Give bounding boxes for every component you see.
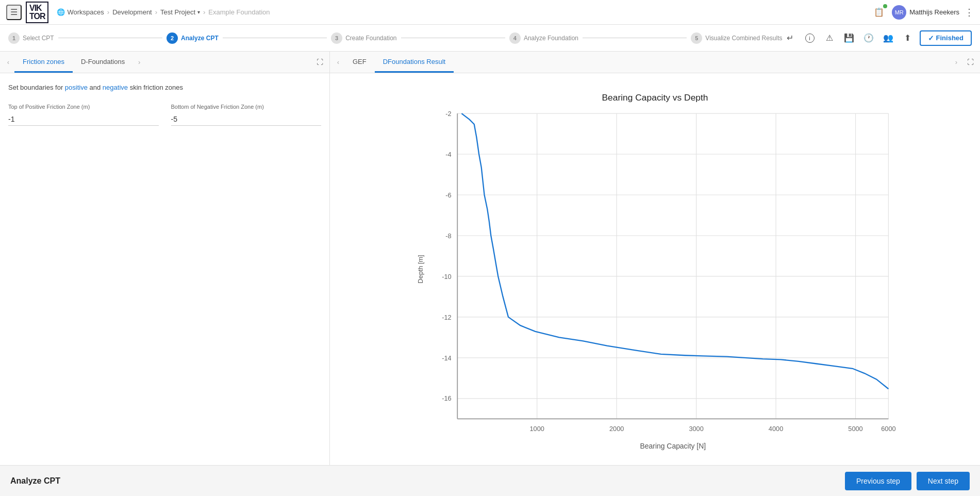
step-2-label: Analyze CPT <box>181 35 219 42</box>
project-dropdown-icon: ▾ <box>197 9 200 15</box>
breadcrumb-project[interactable]: Test Project ▾ <box>160 8 200 16</box>
left-panel-expand-btn[interactable]: ⛶ <box>312 55 327 70</box>
tab-gef[interactable]: GEF <box>344 52 375 73</box>
svg-text:1000: 1000 <box>530 425 544 433</box>
next-step-button[interactable]: Next step <box>917 472 970 490</box>
return-icon: ↵ <box>787 33 793 43</box>
right-panel: ‹ GEF DFoundations Result › ⛶ Bearing Ca… <box>330 52 980 465</box>
chevron-left-icon: ‹ <box>7 58 9 66</box>
app-logo: VIKTOR <box>26 2 48 23</box>
user-menu[interactable]: MR Matthijs Reekers <box>892 5 959 20</box>
bottom-negative-input[interactable] <box>171 113 322 126</box>
example-label: Example Foundation <box>208 8 270 16</box>
previous-step-button[interactable]: Previous step <box>845 472 911 490</box>
left-tab-prev-btn[interactable]: ‹ <box>2 55 14 70</box>
expand-icon: ⛶ <box>317 58 323 66</box>
svg-text:-4: -4 <box>445 151 451 158</box>
right-tab-prev-btn[interactable]: ‹ <box>332 55 344 70</box>
tab-dfoundations-result[interactable]: DFoundations Result <box>375 52 454 73</box>
left-tab-next-btn[interactable]: › <box>133 55 145 70</box>
arrow-1: › <box>107 8 109 16</box>
bearing-capacity-chart: Bearing Capacity vs Depth <box>340 84 970 455</box>
right-panel-expand-btn[interactable]: ⛶ <box>962 55 978 70</box>
top-positive-label: Top of Positive Friction Zone (m) <box>8 104 159 110</box>
bottom-bar-title: Analyze CPT <box>10 476 60 486</box>
step-5-label: Visualize Combined Results <box>705 35 782 42</box>
bottom-bar: Analyze CPT Previous step Next step <box>0 465 980 496</box>
svg-text:-14: -14 <box>442 354 451 362</box>
content-area: ‹ Friction zones D-Foundations › ⛶ Set b… <box>0 52 980 465</box>
upload-button[interactable]: ⬆ <box>900 30 916 46</box>
svg-text:2000: 2000 <box>609 425 624 433</box>
finished-label: Finished <box>936 34 964 42</box>
more-options-icon[interactable]: ⋮ <box>965 7 974 18</box>
svg-text:4000: 4000 <box>769 425 783 433</box>
project-label: Test Project <box>160 8 195 16</box>
top-positive-input[interactable] <box>8 113 159 126</box>
breadcrumb-workspaces[interactable]: 🌐 Workspaces <box>57 8 104 16</box>
svg-text:-8: -8 <box>445 232 451 240</box>
step-line-1 <box>58 38 162 38</box>
step-line-4 <box>583 38 687 38</box>
positive-text: positive <box>65 84 88 91</box>
breadcrumb: 🌐 Workspaces › Development › Test Projec… <box>57 8 270 16</box>
svg-text:-10: -10 <box>442 273 451 280</box>
chevron-right-icon: › <box>138 58 140 66</box>
svg-text:3000: 3000 <box>689 425 703 433</box>
finished-button[interactable]: ✓ Finished <box>920 30 972 46</box>
right-chevron-left-icon: ‹ <box>337 58 339 66</box>
step-3-num: 3 <box>331 32 342 44</box>
history-icon: 🕐 <box>863 33 874 43</box>
avatar-initials: MR <box>895 9 904 15</box>
right-expand-icon: ⛶ <box>967 58 974 66</box>
workspaces-label: Workspaces <box>67 8 104 16</box>
svg-text:6000: 6000 <box>881 425 895 433</box>
step-3[interactable]: 3 Create Foundation <box>331 32 396 44</box>
info-icon: i <box>805 34 815 43</box>
left-tabs: ‹ Friction zones D-Foundations › ⛶ <box>0 52 329 73</box>
breadcrumb-development[interactable]: Development <box>112 8 152 16</box>
step-line-2 <box>223 38 327 38</box>
development-label: Development <box>112 8 152 16</box>
upload-icon: ⬆ <box>904 33 911 43</box>
history-button[interactable]: 🕐 <box>861 30 876 46</box>
left-content: Set boundaries for positive and negative… <box>0 73 329 465</box>
step-3-label: Create Foundation <box>345 35 396 42</box>
arrow-2: › <box>155 8 157 16</box>
share-button[interactable]: 👥 <box>881 30 896 46</box>
step-4[interactable]: 4 Analyze Foundation <box>509 32 578 44</box>
notifications-button[interactable]: 📋 <box>871 5 887 20</box>
warning-button[interactable]: ⚠ <box>822 30 837 46</box>
stepbar-actions: ↵ i ⚠ 💾 🕐 👥 ⬆ ✓ Finished <box>783 30 972 46</box>
svg-text:Depth [m]: Depth [m] <box>417 255 424 283</box>
menu-button[interactable]: ☰ <box>6 5 22 20</box>
step-5-num: 5 <box>691 32 702 44</box>
chart-area: Bearing Capacity vs Depth <box>330 73 980 465</box>
save-button[interactable]: 💾 <box>841 30 857 46</box>
step-4-label: Analyze Foundation <box>524 35 578 42</box>
globe-icon: 🌐 <box>57 8 65 16</box>
return-button[interactable]: ↵ <box>783 30 798 46</box>
left-panel: ‹ Friction zones D-Foundations › ⛶ Set b… <box>0 52 330 465</box>
svg-text:-2: -2 <box>445 110 451 118</box>
svg-text:-6: -6 <box>445 191 451 199</box>
step-5[interactable]: 5 Visualize Combined Results <box>691 32 782 44</box>
info-button[interactable]: i <box>802 30 818 46</box>
friction-zones-description: Set boundaries for positive and negative… <box>8 84 321 91</box>
top-positive-field: Top of Positive Friction Zone (m) <box>8 104 159 126</box>
right-tab-next-btn[interactable]: › <box>950 55 962 70</box>
bell-icon: 📋 <box>874 7 884 17</box>
check-icon: ✓ <box>928 34 934 42</box>
step-4-num: 4 <box>509 32 521 44</box>
step-1[interactable]: 1 Select CPT <box>8 32 54 44</box>
stepbar-steps: 1 Select CPT 2 Analyze CPT 3 Create Foun… <box>8 32 783 44</box>
tab-d-foundations[interactable]: D-Foundations <box>73 52 133 73</box>
save-icon: 💾 <box>844 33 854 43</box>
svg-text:5000: 5000 <box>848 425 862 433</box>
stepbar: 1 Select CPT 2 Analyze CPT 3 Create Foun… <box>0 25 980 52</box>
friction-zone-form: Top of Positive Friction Zone (m) Bottom… <box>8 104 321 126</box>
step-2[interactable]: 2 Analyze CPT <box>167 32 219 44</box>
tab-friction-zones[interactable]: Friction zones <box>14 52 73 73</box>
step-line-3 <box>401 38 505 38</box>
step-1-label: Select CPT <box>23 35 54 42</box>
